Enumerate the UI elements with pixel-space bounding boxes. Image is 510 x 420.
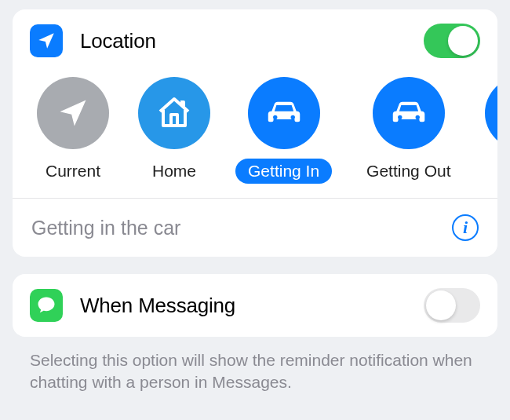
- option-label: Home: [140, 159, 209, 184]
- option-home[interactable]: Home: [135, 77, 213, 184]
- location-status-text: Getting in the car: [31, 217, 180, 239]
- toggle-knob: [448, 26, 478, 56]
- option-label: Getting Out: [354, 159, 463, 184]
- option-custom[interactable]: Custom: [485, 77, 497, 184]
- option-label: Current: [33, 159, 113, 184]
- location-options-row: Current Home Getting In: [13, 66, 497, 198]
- svg-rect-0: [171, 115, 177, 126]
- location-status-row: Getting in the car i: [13, 198, 497, 257]
- option-getting-in[interactable]: Getting In: [235, 77, 332, 184]
- toggle-knob: [426, 290, 456, 320]
- messaging-helper-text: Selecting this option will show the remi…: [13, 349, 497, 394]
- option-current[interactable]: Current: [33, 77, 113, 184]
- location-card: Location Current Home: [13, 9, 497, 257]
- car-icon: [485, 77, 497, 149]
- navigate-icon: [37, 77, 109, 149]
- option-label: Getting In: [235, 159, 332, 184]
- messaging-header: When Messaging: [13, 274, 497, 337]
- house-icon: [138, 77, 210, 149]
- car-icon: [373, 77, 445, 149]
- messaging-title: When Messaging: [80, 294, 235, 318]
- messaging-toggle[interactable]: [424, 288, 480, 323]
- navigate-icon: [30, 24, 63, 57]
- car-icon: [248, 77, 320, 149]
- option-getting-out[interactable]: Getting Out: [354, 77, 463, 184]
- info-icon[interactable]: i: [452, 214, 479, 241]
- location-title: Location: [80, 29, 156, 53]
- messaging-card: When Messaging: [13, 274, 497, 337]
- chat-bubble-icon: [30, 289, 63, 322]
- location-toggle[interactable]: [424, 24, 480, 58]
- location-header: Location: [13, 9, 497, 66]
